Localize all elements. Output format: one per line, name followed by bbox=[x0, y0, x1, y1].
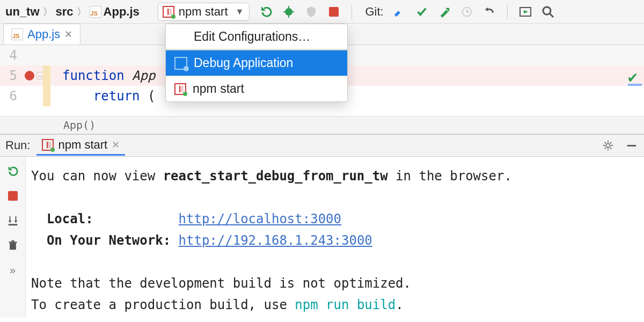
dump-threads-icon[interactable] bbox=[6, 214, 20, 228]
js-file-icon bbox=[90, 6, 101, 18]
toolbar-actions: Git: bbox=[259, 4, 554, 19]
breadcrumb-file-label: App.js bbox=[104, 5, 140, 19]
chevron-right-icon: 〉 bbox=[77, 5, 86, 18]
console-text: . bbox=[396, 297, 403, 312]
coverage-marker bbox=[43, 65, 50, 86]
npm-icon bbox=[42, 139, 54, 151]
console-text: Note that the development build is not o… bbox=[31, 276, 411, 291]
coverage-marker bbox=[43, 86, 50, 106]
run-tab-label: npm start bbox=[58, 138, 107, 152]
run-configuration-label: npm start bbox=[179, 5, 228, 19]
keyword: function bbox=[62, 68, 125, 83]
close-icon[interactable]: ✕ bbox=[112, 139, 120, 151]
svg-rect-10 bbox=[627, 145, 636, 147]
dropdown-item-label: Debug Application bbox=[194, 56, 293, 70]
coverage-icon[interactable] bbox=[304, 5, 318, 19]
git-label: Git: bbox=[365, 5, 383, 19]
run-tool-body: » You can now view react_start_debug_fro… bbox=[0, 157, 644, 318]
nav-breadcrumbs: un_tw 〉 src 〉 App.js bbox=[3, 5, 142, 19]
function-name: App bbox=[132, 68, 155, 83]
breadcrumb-file[interactable]: App.js bbox=[87, 5, 142, 19]
run-config-dropdown: Edit Configurations… Debug Application n… bbox=[165, 24, 348, 102]
chevron-right-icon: 〉 bbox=[43, 5, 53, 18]
console-text: You can now view bbox=[31, 169, 163, 184]
editor-breadcrumb[interactable]: App() bbox=[0, 116, 644, 134]
npm-icon bbox=[163, 6, 174, 18]
run-tool-sidebar: » bbox=[0, 157, 26, 318]
toolbar-divider bbox=[352, 4, 352, 19]
scrollbar-marker[interactable] bbox=[628, 84, 642, 86]
console-text: To create a production build, use bbox=[31, 297, 295, 312]
js-file-icon bbox=[11, 28, 23, 40]
search-icon[interactable] bbox=[541, 5, 555, 19]
rerun-icon[interactable] bbox=[259, 5, 273, 19]
code-text: function App bbox=[54, 68, 155, 83]
vcs-push-icon[interactable] bbox=[437, 5, 451, 19]
run-tool-header: Run: npm start ✕ bbox=[0, 134, 644, 157]
editor-tab-label: App.js bbox=[27, 27, 60, 41]
console-label: On Your Network: bbox=[31, 233, 179, 248]
history-icon[interactable] bbox=[460, 5, 474, 19]
console-link-local[interactable]: http://localhost:3000 bbox=[179, 211, 341, 226]
console-bold: react_start_debug_from_run_tw bbox=[163, 169, 388, 184]
line-number: 6 bbox=[0, 89, 21, 104]
minimize-icon[interactable] bbox=[625, 138, 639, 152]
close-icon[interactable]: ✕ bbox=[64, 28, 72, 40]
svg-rect-13 bbox=[9, 241, 17, 243]
gear-icon[interactable] bbox=[601, 138, 615, 152]
run-tab-npm-start[interactable]: npm start ✕ bbox=[36, 136, 125, 156]
breadcrumb-src[interactable]: src bbox=[54, 5, 76, 19]
breadcrumb-project[interactable]: un_tw bbox=[3, 5, 42, 19]
console-label: Local: bbox=[31, 211, 179, 226]
run-configuration-selector[interactable]: npm start ▼ bbox=[158, 3, 250, 21]
application-icon bbox=[174, 57, 187, 70]
line-number: 4 bbox=[0, 48, 21, 63]
dropdown-item-label: Edit Configurations… bbox=[194, 30, 310, 44]
undo-icon[interactable] bbox=[482, 5, 496, 19]
stop-icon[interactable] bbox=[6, 189, 20, 203]
editor-tab-appjs[interactable]: App.js ✕ bbox=[3, 24, 80, 45]
vcs-update-icon[interactable] bbox=[392, 5, 406, 19]
console-text: in the browser. bbox=[388, 169, 512, 184]
line-number: 5 bbox=[0, 68, 21, 83]
breakpoint-icon[interactable] bbox=[25, 71, 34, 80]
chevron-down-icon: ▼ bbox=[236, 7, 244, 17]
run-tool-title: Run: bbox=[5, 138, 30, 152]
console-command: npm run build bbox=[295, 297, 396, 312]
debug-icon[interactable] bbox=[282, 5, 296, 19]
rerun-icon[interactable] bbox=[6, 164, 20, 178]
dropdown-debug-application[interactable]: Debug Application bbox=[166, 50, 347, 76]
dropdown-npm-start[interactable]: npm start bbox=[166, 76, 347, 101]
main-toolbar: un_tw 〉 src 〉 App.js npm start ▼ Git: bbox=[0, 0, 644, 24]
run-anything-icon[interactable] bbox=[518, 5, 532, 19]
svg-point-9 bbox=[606, 143, 610, 147]
console-link-network[interactable]: http://192.168.1.243:3000 bbox=[179, 233, 372, 248]
stop-icon[interactable] bbox=[327, 5, 341, 19]
editor-breadcrumb-label: App() bbox=[63, 119, 96, 131]
more-icon[interactable]: » bbox=[6, 263, 20, 277]
svg-line-8 bbox=[550, 13, 553, 17]
svg-rect-11 bbox=[8, 224, 17, 225]
svg-rect-12 bbox=[10, 243, 16, 250]
code-punct: ( bbox=[140, 89, 156, 104]
vcs-commit-icon[interactable] bbox=[415, 5, 429, 19]
console-output[interactable]: You can now view react_start_debug_from_… bbox=[26, 157, 644, 318]
svg-point-0 bbox=[285, 8, 292, 16]
svg-point-7 bbox=[543, 7, 551, 14]
dropdown-edit-configurations[interactable]: Edit Configurations… bbox=[166, 24, 347, 49]
svg-rect-14 bbox=[11, 240, 14, 242]
trash-icon[interactable] bbox=[6, 238, 20, 252]
npm-icon bbox=[174, 83, 186, 95]
keyword: return bbox=[93, 89, 140, 104]
toolbar-divider bbox=[507, 4, 508, 19]
dropdown-item-label: npm start bbox=[193, 82, 244, 96]
code-text: return ( bbox=[54, 89, 155, 104]
